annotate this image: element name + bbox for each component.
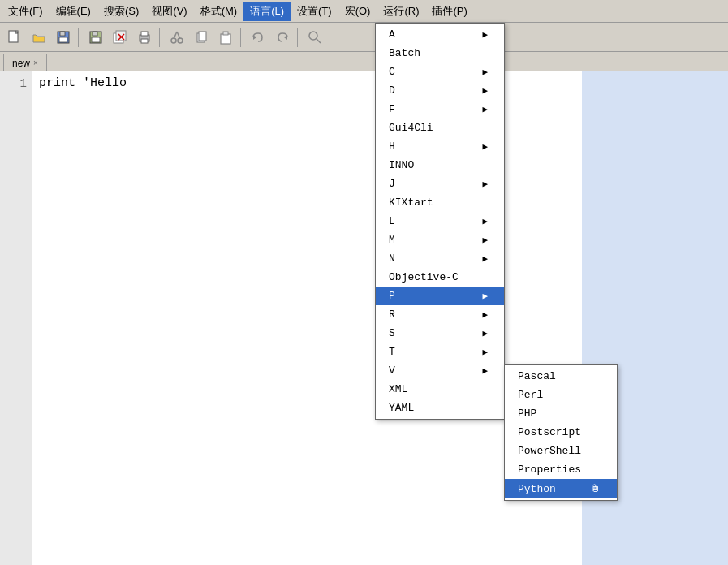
arrow-icon-J: ▶: [482, 179, 488, 189]
toolbar-paste[interactable]: [214, 26, 237, 49]
svg-marker-25: [284, 35, 287, 40]
svg-rect-21: [199, 32, 206, 41]
submenu-Python[interactable]: Python 🖱: [505, 479, 617, 498]
lang-item-F[interactable]: F ▶: [376, 100, 504, 119]
tab-new[interactable]: new ×: [3, 54, 47, 71]
lang-item-M[interactable]: M ▶: [376, 231, 504, 249]
svg-rect-8: [92, 37, 100, 42]
editor-area: 1 print 'Hello: [0, 71, 728, 565]
language-menu: A ▶ Batch C ▶ D ▶ F ▶ Gui4Cli H ▶ INNO J…: [375, 23, 505, 420]
lang-item-V[interactable]: V ▶: [376, 361, 504, 380]
submenu-Properties[interactable]: Properties: [505, 460, 617, 479]
svg-rect-4: [60, 32, 65, 36]
toolbar-closeall[interactable]: [109, 26, 131, 49]
toolbar-undo[interactable]: [247, 26, 269, 49]
svg-rect-22: [221, 34, 230, 44]
arrow-icon-P: ▶: [482, 291, 488, 301]
arrow-icon-F: ▶: [482, 104, 488, 114]
lang-item-XML[interactable]: XML: [376, 380, 504, 399]
lang-item-S[interactable]: S ▶: [376, 324, 504, 343]
arrow-icon-N: ▶: [482, 253, 488, 264]
svg-rect-15: [141, 39, 148, 43]
arrow-icon-L: ▶: [482, 216, 488, 226]
arrow-icon-S: ▶: [482, 328, 488, 339]
lang-item-KIXtart[interactable]: KIXtart: [376, 193, 504, 212]
arrow-icon-T: ▶: [482, 347, 488, 357]
arrow-icon-M: ▶: [482, 235, 488, 245]
menu-edit[interactable]: 编辑(E): [50, 2, 97, 21]
arrow-icon-R: ▶: [482, 309, 488, 320]
menu-settings[interactable]: 设置(T): [291, 2, 338, 21]
arrow-icon-V: ▶: [482, 365, 488, 376]
arrow-icon-A: ▶: [482, 29, 488, 40]
submenu-PHP[interactable]: PHP: [505, 404, 617, 423]
menu-run[interactable]: 运行(R): [377, 2, 425, 21]
lang-item-H[interactable]: H ▶: [376, 137, 504, 156]
line-number-1: 1: [0, 75, 32, 93]
lang-item-YAML[interactable]: YAML: [376, 399, 504, 417]
svg-rect-14: [141, 32, 148, 36]
menu-file[interactable]: 文件(F): [2, 2, 50, 21]
lang-item-C[interactable]: C ▶: [376, 63, 504, 81]
arrow-icon-D: ▶: [482, 85, 488, 96]
lang-item-J[interactable]: J ▶: [376, 175, 504, 193]
tabbar: new ×: [0, 52, 728, 71]
lang-item-Gui4Cli[interactable]: Gui4Cli: [376, 119, 504, 137]
toolbar-copy[interactable]: [190, 26, 213, 49]
lang-item-Batch[interactable]: Batch: [376, 44, 504, 63]
toolbar-print[interactable]: [133, 26, 156, 49]
line-numbers: 1: [0, 71, 32, 565]
toolbar-sep-3: [240, 28, 243, 47]
menu-search[interactable]: 搜索(S): [97, 2, 145, 21]
toolbar-find[interactable]: [304, 26, 326, 49]
tab-close-icon[interactable]: ×: [33, 58, 38, 67]
menu-view[interactable]: 视图(V): [145, 2, 193, 21]
submenu-PowerShell[interactable]: PowerShell: [505, 442, 617, 460]
svg-line-27: [317, 39, 321, 43]
lang-item-A[interactable]: A ▶: [376, 25, 504, 44]
svg-line-18: [174, 32, 177, 39]
toolbar-saveas[interactable]: [84, 26, 107, 49]
tab-label: new: [12, 58, 30, 69]
lang-item-ObjectiveC[interactable]: Objective-C: [376, 268, 504, 287]
submenu-Postscript[interactable]: Postscript: [505, 423, 617, 442]
svg-point-26: [309, 32, 317, 40]
svg-line-19: [177, 32, 180, 39]
toolbar-new[interactable]: [3, 26, 26, 49]
arrow-icon-C: ▶: [482, 67, 488, 77]
lang-item-T[interactable]: T ▶: [376, 343, 504, 361]
toolbar-open[interactable]: [28, 26, 50, 49]
submenu-Perl[interactable]: Perl: [505, 386, 617, 404]
lang-item-N[interactable]: N ▶: [376, 249, 504, 268]
submenu-Pascal[interactable]: Pascal: [505, 367, 617, 386]
lang-item-D[interactable]: D ▶: [376, 81, 504, 100]
menu-language[interactable]: 语言(L): [243, 2, 291, 21]
toolbar-redo[interactable]: [271, 26, 294, 49]
svg-rect-7: [93, 32, 97, 36]
lang-item-INNO[interactable]: INNO: [376, 156, 504, 175]
p-submenu: Pascal Perl PHP Postscript PowerShell Pr…: [504, 364, 618, 501]
lang-item-L[interactable]: L ▶: [376, 212, 504, 231]
menubar: 文件(F) 编辑(E) 搜索(S) 视图(V) 格式(M) 语言(L) 设置(T…: [0, 0, 728, 23]
toolbar-save[interactable]: [52, 26, 75, 49]
svg-marker-24: [253, 35, 256, 40]
menu-macro[interactable]: 宏(O): [338, 2, 377, 21]
menu-plugin[interactable]: 插件(P): [425, 2, 473, 21]
svg-rect-5: [59, 37, 67, 42]
toolbar: [0, 23, 728, 52]
svg-rect-23: [223, 32, 228, 35]
toolbar-cut[interactable]: [166, 26, 188, 49]
lang-item-P[interactable]: P ▶: [376, 287, 504, 305]
menu-format[interactable]: 格式(M): [194, 2, 244, 21]
lang-item-R[interactable]: R ▶: [376, 305, 504, 324]
toolbar-sep-1: [78, 28, 81, 47]
toolbar-sep-2: [159, 28, 162, 47]
cursor-icon: 🖱: [589, 482, 601, 495]
toolbar-sep-4: [297, 28, 300, 47]
arrow-icon-H: ▶: [482, 141, 488, 152]
